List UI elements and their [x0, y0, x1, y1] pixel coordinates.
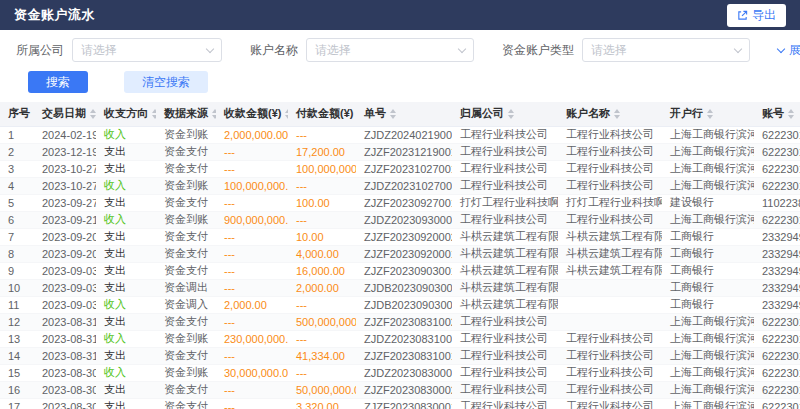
cell-date: 2023-09-20 — [34, 245, 96, 262]
cell-account_no: 622230111 — [754, 381, 800, 398]
cell-account_no: 622230111 — [754, 330, 800, 347]
cell-company: 工程行业科技公司 — [452, 381, 558, 398]
cell-bank: 工商银行 — [662, 262, 754, 279]
column-header[interactable]: 数据来源 — [156, 102, 216, 126]
table-row: 92023-09-03支出资金支付---16,000.00ZJZF2023090… — [0, 262, 800, 279]
cell-direction: 收入 — [96, 296, 156, 313]
cell-receive: 2,000.00 — [216, 296, 288, 313]
cell-account_no: 233294991 — [754, 262, 800, 279]
cell-bank: 上海工商银行滨河支行 — [662, 160, 754, 177]
cell-source: 资金到账 — [156, 330, 216, 347]
table-row: 22023-12-19支出资金支付---17,200.00ZJZF2023121… — [0, 143, 800, 160]
cell-account_no: 622230111 — [754, 160, 800, 177]
cell-order: ZJZF20230920001 — [356, 245, 452, 262]
cell-date: 2023-08-30 — [34, 398, 96, 409]
cell-source: 资金支付 — [156, 228, 216, 245]
cell-account_no: 622230111 — [754, 313, 800, 330]
table-body: 12024-02-19收入资金到账2,000,000.00---ZJDZ2024… — [0, 126, 800, 409]
cell-receive: --- — [216, 228, 288, 245]
cell-source: 资金支付 — [156, 160, 216, 177]
cell-bank: 上海工商银行滨河支行 — [662, 211, 754, 228]
cell-direction: 收入 — [96, 330, 156, 347]
column-header[interactable]: 收支方向 — [96, 102, 156, 126]
sort-icon[interactable] — [90, 109, 96, 119]
sort-icon[interactable] — [152, 109, 156, 119]
cell-direction: 支出 — [96, 381, 156, 398]
table-head-row: 序号交易日期收支方向数据来源收款金额(¥)付款金额(¥)单号归属公司账户名称开户… — [0, 102, 800, 126]
cell-no: 9 — [0, 262, 34, 279]
cell-source: 资金到账 — [156, 126, 216, 143]
sort-icon[interactable] — [614, 109, 620, 119]
cell-order: ZJZF20230920002 — [356, 228, 452, 245]
cell-pay: 100.00 — [288, 194, 356, 211]
filter-company-label: 所属公司 — [16, 42, 64, 59]
cell-source: 资金支付 — [156, 313, 216, 330]
account-name-select[interactable]: 请选择 — [306, 38, 474, 62]
table-row: 32023-10-27支出资金支付---100,000,000.00ZJZF20… — [0, 160, 800, 177]
filter-account-type: 资金账户类型 请选择 — [502, 38, 750, 62]
cell-account: 工程行业科技公司 — [558, 381, 662, 398]
cell-source: 资金调出 — [156, 279, 216, 296]
column-header[interactable]: 账户名称 — [558, 102, 662, 126]
cell-date: 2023-10-27 — [34, 177, 96, 194]
cell-order: ZJZF20231219001 — [356, 143, 452, 160]
filter-company: 所属公司 请选择 — [16, 38, 222, 62]
cell-account_no: 622230111 — [754, 126, 800, 143]
cell-bank: 工商银行 — [662, 228, 754, 245]
cell-account_no: 233294991 — [754, 245, 800, 262]
cell-order: ZJDZ20231027001 — [356, 177, 452, 194]
company-select[interactable]: 请选择 — [72, 38, 222, 62]
column-header[interactable]: 收款金额(¥) — [216, 102, 288, 126]
cell-no: 4 — [0, 177, 34, 194]
cell-direction: 支出 — [96, 398, 156, 409]
cell-account_no: 233294991 — [754, 228, 800, 245]
cell-company: 斗栱云建筑工程有限公司 — [452, 228, 558, 245]
cell-bank: 上海工商银行滨河支行 — [662, 398, 754, 409]
cell-direction: 支出 — [96, 313, 156, 330]
column-header[interactable]: 账号 — [754, 102, 800, 126]
cell-receive: 230,000,000.00 — [216, 330, 288, 347]
cell-order: ZJDZ20230830003 — [356, 364, 452, 381]
cell-order: ZJDZ20230930002 — [356, 211, 452, 228]
cell-company: 工程行业科技公司 — [452, 330, 558, 347]
column-header[interactable]: 开户行 — [662, 102, 754, 126]
cell-receive: --- — [216, 279, 288, 296]
cell-bank: 上海工商银行滨河支行 — [662, 313, 754, 330]
table-row: 12024-02-19收入资金到账2,000,000.00---ZJDZ2024… — [0, 126, 800, 143]
cell-direction: 收入 — [96, 364, 156, 381]
sort-icon[interactable] — [508, 109, 514, 119]
cell-source: 资金支付 — [156, 262, 216, 279]
cell-date: 2023-09-21 — [34, 211, 96, 228]
cell-date: 2023-09-03 — [34, 296, 96, 313]
cell-receive: --- — [216, 398, 288, 409]
column-header[interactable]: 付款金额(¥) — [288, 102, 356, 126]
column-header[interactable]: 归属公司 — [452, 102, 558, 126]
cell-no: 7 — [0, 228, 34, 245]
column-header[interactable]: 交易日期 — [34, 102, 96, 126]
cell-date: 2023-09-20 — [34, 228, 96, 245]
cell-account — [558, 313, 662, 330]
cell-pay: --- — [288, 364, 356, 381]
cell-source: 资金支付 — [156, 194, 216, 211]
sort-icon[interactable] — [285, 109, 288, 119]
clear-search-button[interactable]: 清空搜索 — [124, 71, 208, 93]
filter-account-name: 账户名称 请选择 — [250, 38, 474, 62]
account-type-select[interactable]: 请选择 — [582, 38, 750, 62]
sort-icon[interactable] — [788, 109, 794, 119]
sort-icon[interactable] — [707, 109, 713, 119]
column-header[interactable]: 单号 — [356, 102, 452, 126]
table-row: 142023-08-31支出资金支付---41,334.00ZJZF202308… — [0, 347, 800, 364]
export-button[interactable]: 导出 — [727, 4, 786, 27]
cell-company: 工程行业科技公司 — [452, 211, 558, 228]
expand-filter-link[interactable]: 展开筛选 — [778, 42, 800, 59]
cell-pay: 41,334.00 — [288, 347, 356, 364]
cell-source: 资金支付 — [156, 381, 216, 398]
sort-icon[interactable] — [212, 109, 216, 119]
search-button[interactable]: 搜索 — [28, 71, 88, 93]
sort-icon[interactable] — [390, 109, 396, 119]
cell-direction: 支出 — [96, 194, 156, 211]
cell-pay: --- — [288, 126, 356, 143]
table-row: 52023-09-27支出资金支付---100.00ZJZF2023092700… — [0, 194, 800, 211]
cell-date: 2023-08-30 — [34, 381, 96, 398]
cell-source: 资金到账 — [156, 177, 216, 194]
